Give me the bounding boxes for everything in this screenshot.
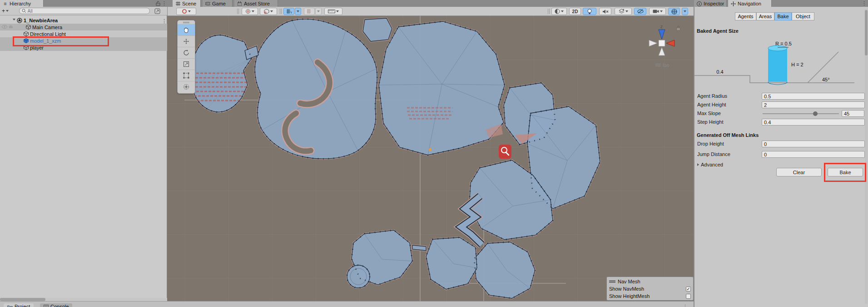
scale-tool-button[interactable] — [178, 58, 195, 70]
subtab-object[interactable]: Object — [792, 12, 814, 20]
max-slope-field[interactable]: 45 — [842, 110, 864, 117]
drag-handle-icon[interactable] — [609, 280, 615, 283]
dock-menu-icon[interactable]: ⋮ — [683, 304, 687, 307]
tab-project[interactable]: Project — [4, 303, 34, 307]
scene-effects-button[interactable] — [615, 8, 632, 15]
neg-z-cone[interactable] — [659, 47, 665, 55]
scrollbar-thumb[interactable] — [0, 298, 45, 301]
measure-button[interactable] — [324, 8, 342, 15]
unity-editor-window: ≡ Hierarchy ⋮ Scene Game Asset Store — [0, 0, 868, 307]
snap-increment-dropdown[interactable] — [315, 8, 322, 15]
gizmos-dropdown[interactable] — [682, 8, 688, 15]
camera-overlay-button[interactable] — [649, 8, 666, 15]
move-tool-button[interactable] — [178, 35, 195, 47]
hierarchy-search-box[interactable] — [19, 8, 150, 14]
jump-distance-field[interactable]: 0 — [762, 151, 865, 158]
item-label: model_1_xzm — [30, 38, 61, 44]
lightbulb-icon — [587, 9, 592, 15]
grid-axis-dropdown[interactable] — [295, 8, 301, 15]
lock-icon[interactable] — [676, 25, 681, 31]
hand-tool-button[interactable] — [178, 24, 195, 35]
tab-hierarchy[interactable]: ≡ Hierarchy — [0, 0, 44, 7]
hierarchy-row-model-1-xzm[interactable]: model_1_xzm — [0, 37, 167, 44]
inspector-scrollbar[interactable] — [865, 9, 868, 304]
agent-radius-field[interactable]: 0.5 — [762, 93, 865, 100]
chevron-down-icon — [561, 10, 564, 12]
foldout-triangle-icon[interactable] — [13, 19, 15, 22]
item-label: player — [30, 45, 44, 50]
max-slope-slider-thumb[interactable] — [813, 111, 818, 116]
tab-game[interactable]: Game — [203, 0, 233, 7]
scene-visibility-button[interactable] — [260, 8, 277, 15]
gizmo-center-cube[interactable] — [659, 40, 665, 46]
unlock-icon[interactable] — [156, 1, 160, 6]
hierarchy-menu-icon[interactable]: ⋮ — [162, 0, 166, 6]
create-object-button[interactable]: + — [2, 8, 14, 14]
agent-radius-label: Agent Radius — [697, 93, 727, 99]
advanced-foldout[interactable]: Advanced — [697, 162, 723, 167]
subtab-areas[interactable]: Areas — [756, 12, 774, 20]
hierarchy-row-player[interactable]: player — [0, 44, 167, 51]
search-icon — [22, 9, 26, 13]
gizmos-button[interactable] — [668, 8, 680, 15]
hierarchy-horizontal-scrollbar[interactable] — [0, 298, 167, 301]
tab-console[interactable]: Console — [40, 303, 72, 307]
grid-axis-button[interactable]: Y — [283, 8, 294, 15]
tab-navigation[interactable]: Navigation — [728, 0, 772, 7]
palette-drag-handle[interactable] — [178, 20, 195, 24]
max-slope-slider[interactable] — [763, 113, 839, 114]
rotate-tool-button[interactable] — [178, 47, 195, 58]
hierarchy-row-main-camera[interactable]: Main Camera — [0, 24, 167, 30]
inspector-menu-icon[interactable]: ⋮ — [862, 0, 866, 6]
scrollbar-thumb[interactable] — [865, 10, 868, 55]
pickability-hand-icon[interactable] — [9, 25, 13, 30]
bake-button-label: Bake — [839, 170, 851, 175]
shading-sphere-button[interactable] — [551, 8, 567, 15]
jump-distance-label: Jump Distance — [697, 151, 730, 157]
2d-toggle-button[interactable]: 2D — [569, 8, 581, 15]
show-heightmesh-checkbox[interactable] — [686, 294, 691, 299]
scene-audio-button[interactable] — [599, 8, 611, 15]
height-label: H = 2 — [791, 62, 804, 67]
view-options-button[interactable] — [176, 8, 196, 15]
hidden-objects-button[interactable] — [634, 8, 646, 15]
tab-inspector-label: Inspector — [704, 1, 724, 6]
x-axis-cone[interactable] — [666, 40, 675, 46]
bottom-dock-tab-bar: Project Console ⋮ — [0, 301, 694, 307]
projection-mode[interactable]: Iso — [655, 62, 670, 68]
hierarchy-row-directional-light[interactable]: Directional Light — [0, 30, 167, 37]
z-axis-cone[interactable] — [659, 30, 665, 39]
neg-x-cone[interactable] — [649, 40, 657, 46]
search-billboard-icon[interactable] — [499, 145, 511, 159]
scene-lighting-button[interactable] — [583, 8, 596, 15]
gameobject-cube-icon — [24, 45, 29, 50]
show-navmesh-checkbox[interactable]: ✓ — [686, 287, 691, 292]
transform-tool-button[interactable] — [178, 81, 195, 92]
subtab-bake[interactable]: Bake — [774, 12, 792, 20]
draw-mode-button[interactable] — [242, 8, 258, 15]
scale-icon — [183, 61, 189, 67]
navmesh-overlay-header[interactable]: Nav Mesh — [609, 278, 691, 285]
drop-height-field[interactable]: 0 — [762, 141, 865, 147]
ruler-icon — [328, 9, 335, 14]
rect-tool-button[interactable] — [178, 70, 195, 81]
bake-button[interactable]: Bake — [828, 168, 863, 176]
hand-icon — [183, 27, 189, 33]
tab-inspector[interactable]: Inspector — [694, 0, 727, 7]
search-input[interactable] — [28, 9, 147, 14]
chevron-down-icon — [252, 10, 254, 12]
hierarchy-row-scene[interactable]: 1_NewbieArea ⋮ — [0, 17, 167, 24]
agent-cylinder-top — [768, 45, 787, 51]
visibility-eye-icon[interactable] — [2, 25, 7, 30]
scene-viewport[interactable] — [141, 16, 694, 301]
snap-increment-button[interactable] — [304, 8, 315, 15]
subtab-agents[interactable]: Agents — [735, 12, 756, 20]
step-height-field[interactable]: 0.4 — [762, 119, 865, 126]
agent-height-field[interactable]: 2 — [762, 101, 865, 108]
picker-icon[interactable] — [154, 8, 160, 14]
clear-button[interactable]: Clear — [776, 168, 822, 176]
tab-asset-store[interactable]: Asset Store — [234, 0, 278, 7]
tab-scene[interactable]: Scene — [173, 0, 201, 7]
gizmo-sphere-icon — [671, 9, 677, 15]
agent-size-diagram: R = 0.5 H = 2 0.4 45° — [694, 36, 868, 94]
